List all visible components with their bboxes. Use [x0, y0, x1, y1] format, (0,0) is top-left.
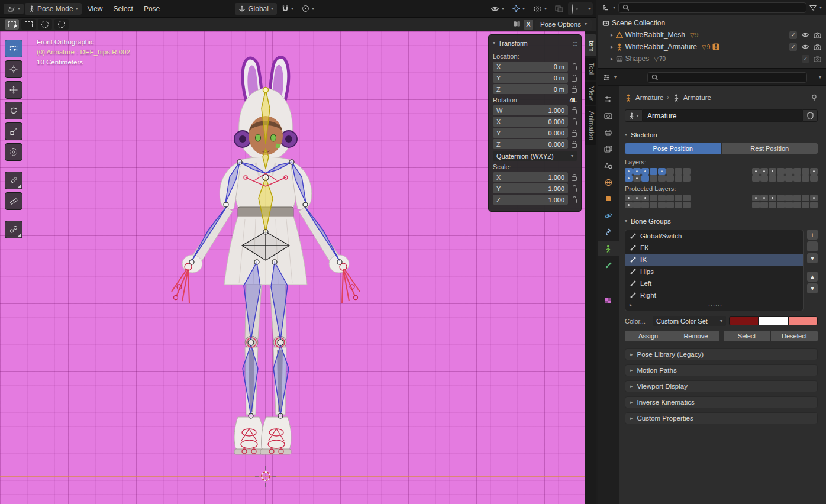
- tab-texture-properties[interactable]: [598, 293, 619, 308]
- expand-icon[interactable]: ▸: [611, 33, 614, 38]
- lock-icon[interactable]: [572, 188, 577, 192]
- pin-icon[interactable]: [811, 94, 818, 102]
- layer-toggle[interactable]: [802, 202, 809, 208]
- caret-down-icon[interactable]: ▾: [613, 5, 615, 10]
- select-button[interactable]: Select: [724, 331, 770, 341]
- layer-toggle[interactable]: [683, 168, 691, 175]
- layer-toggle[interactable]: [641, 195, 649, 201]
- layer-toggle[interactable]: [752, 202, 760, 208]
- layer-toggle[interactable]: [760, 168, 768, 175]
- bone-group-row[interactable]: Right: [625, 289, 803, 301]
- layer-toggle[interactable]: [810, 168, 818, 175]
- layer-toggle[interactable]: [752, 168, 760, 175]
- render-camera-icon[interactable]: [814, 44, 821, 50]
- layer-toggle[interactable]: [633, 202, 641, 208]
- layer-toggle[interactable]: [683, 195, 691, 201]
- layer-toggle[interactable]: [675, 168, 682, 175]
- options-caret-icon[interactable]: ▾: [819, 75, 821, 80]
- layer-toggle[interactable]: [802, 175, 809, 182]
- visibility-eye-icon[interactable]: [801, 43, 809, 50]
- lock-icon[interactable]: [572, 66, 577, 70]
- layer-toggle[interactable]: [793, 168, 801, 175]
- shading-rendered-button[interactable]: [584, 8, 586, 10]
- lock-icon[interactable]: [572, 176, 577, 181]
- panel-collapse-icon[interactable]: ▾: [493, 41, 495, 46]
- specials-menu-button[interactable]: ▾: [807, 253, 818, 263]
- layer-toggle[interactable]: [658, 195, 666, 201]
- tab-object-data-armature[interactable]: [598, 241, 619, 256]
- layer-toggle[interactable]: [777, 168, 785, 175]
- outliner-editor-icon[interactable]: [602, 4, 610, 11]
- breadcrumb-object[interactable]: Armature: [635, 94, 663, 101]
- outliner-row-shapes[interactable]: ▸ Shapes ▽70 ✓: [598, 53, 826, 64]
- outliner-row-armature[interactable]: ▸ WhiteRabbit_Armature ▽9 ✓: [598, 41, 826, 53]
- layer-toggle[interactable]: [793, 195, 801, 201]
- gizmos-dropdown[interactable]: ▾: [509, 3, 528, 14]
- tab-world-properties[interactable]: [598, 175, 619, 190]
- assign-button[interactable]: Assign: [625, 331, 672, 341]
- bone-group-row[interactable]: Left: [625, 277, 803, 289]
- add-group-button[interactable]: +: [807, 230, 818, 240]
- shading-material-button[interactable]: [580, 8, 582, 10]
- tool-select-box[interactable]: [5, 40, 22, 57]
- rotation-y-field[interactable]: Y0.000: [493, 128, 568, 138]
- lock-icon[interactable]: [572, 88, 577, 93]
- mode-selector[interactable]: Pose Mode ▾: [25, 3, 82, 15]
- armature-name-field[interactable]: Armature: [643, 109, 802, 122]
- xray-toggle[interactable]: [551, 4, 567, 14]
- swatch-normal[interactable]: [729, 316, 759, 325]
- menu-view[interactable]: View: [83, 2, 108, 15]
- rotation-z-field[interactable]: Z0.000: [493, 139, 568, 149]
- scale-x-field[interactable]: X1.000: [493, 172, 568, 182]
- layer-toggle[interactable]: [633, 175, 641, 182]
- lock-icon[interactable]: [572, 132, 577, 137]
- menu-select[interactable]: Select: [109, 2, 138, 15]
- remove-button[interactable]: Remove: [672, 331, 719, 341]
- render-camera-icon[interactable]: [814, 32, 821, 38]
- layer-toggle[interactable]: [633, 168, 641, 175]
- select-lasso-button[interactable]: [54, 19, 69, 30]
- transform-orientation-dropdown[interactable]: Global ▾: [235, 3, 277, 15]
- layer-toggle[interactable]: [658, 168, 666, 175]
- layer-toggle[interactable]: [633, 195, 641, 201]
- layer-toggle[interactable]: [650, 202, 657, 208]
- bone-group-row[interactable]: Hips: [625, 266, 803, 277]
- layer-toggle[interactable]: [658, 202, 666, 208]
- tool-rotate[interactable]: [5, 102, 22, 119]
- layer-toggle[interactable]: [625, 175, 633, 182]
- tab-animation[interactable]: Animation: [585, 106, 596, 145]
- tab-physics-properties[interactable]: [598, 208, 619, 223]
- tool-move[interactable]: [5, 81, 22, 99]
- lock-icon[interactable]: [572, 109, 577, 114]
- rotation-w-field[interactable]: W1.000: [493, 105, 568, 115]
- tab-item[interactable]: Item: [585, 34, 596, 56]
- panel-viewport-display[interactable]: ▸Viewport Display: [625, 380, 818, 392]
- layer-toggle[interactable]: [650, 175, 657, 182]
- layer-toggle[interactable]: [760, 175, 768, 182]
- layer-toggle[interactable]: [760, 202, 768, 208]
- layer-toggle[interactable]: [802, 195, 809, 201]
- rotation-x-field[interactable]: X0.000: [493, 117, 568, 127]
- panel-inverse-kinematics[interactable]: ▸Inverse Kinematics: [625, 396, 818, 408]
- pose-options-dropdown[interactable]: Pose Options ▾: [535, 19, 592, 30]
- scale-y-field[interactable]: Y1.000: [493, 183, 568, 193]
- rotation-mode-dropdown[interactable]: Quaternion (WXYZ)▾: [493, 151, 577, 161]
- overlays-dropdown[interactable]: ▾: [530, 4, 550, 14]
- select-box-button[interactable]: [21, 19, 36, 30]
- tab-render-properties[interactable]: [598, 108, 619, 124]
- layer-toggle[interactable]: [675, 195, 682, 201]
- layer-toggle[interactable]: [683, 175, 691, 182]
- layer-toggle[interactable]: [625, 195, 633, 201]
- select-tweak-button[interactable]: [5, 19, 19, 30]
- list-resize-handle[interactable]: ······: [708, 302, 722, 308]
- visibility-eye-icon[interactable]: [801, 31, 809, 38]
- lock-icon[interactable]: [572, 143, 577, 148]
- swatch-select[interactable]: [759, 316, 788, 325]
- tab-bone-constraints[interactable]: [598, 257, 619, 273]
- outliner-search[interactable]: [618, 2, 806, 13]
- layer-toggle[interactable]: [666, 202, 674, 208]
- tab-tool-properties[interactable]: [598, 92, 619, 107]
- layer-toggle[interactable]: [666, 195, 674, 201]
- tab-view[interactable]: View: [585, 82, 596, 105]
- selectable-checkbox[interactable]: ✓: [789, 31, 797, 39]
